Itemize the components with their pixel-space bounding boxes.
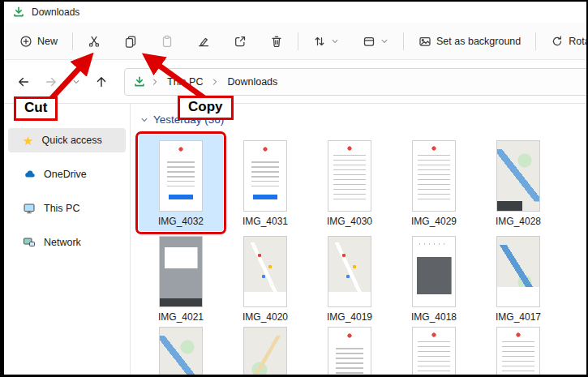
- file-item[interactable]: IMG_4021: [139, 230, 223, 327]
- trash-icon: [270, 35, 283, 48]
- chevron-down-icon: [331, 37, 339, 45]
- file-thumbnail: [159, 236, 203, 307]
- sidebar-item-this-pc[interactable]: This PC: [8, 196, 126, 221]
- file-item[interactable]: IMG_4029: [392, 135, 476, 231]
- rotate-label: Rotat: [569, 36, 588, 47]
- file-item[interactable]: IMG_4019: [307, 230, 392, 327]
- sort-button[interactable]: [304, 27, 348, 56]
- file-row: [139, 321, 560, 375]
- file-name: IMG_4028: [496, 216, 541, 228]
- breadcrumb-this-pc[interactable]: This PC: [164, 75, 206, 89]
- copy-button[interactable]: [115, 27, 146, 56]
- file-row: IMG_4021 IMG_4020 IMG_4019 IMG_4018 IMG_…: [139, 230, 560, 327]
- file-thumbnail: [159, 327, 203, 375]
- file-item[interactable]: [476, 321, 560, 375]
- breadcrumb-downloads[interactable]: Downloads: [224, 75, 281, 89]
- file-item[interactable]: IMG_4032: [139, 135, 223, 231]
- downloads-folder-icon: [12, 6, 25, 19]
- recent-locations-button[interactable]: [71, 76, 82, 88]
- file-explorer-window: Downloads New: [0, 0, 588, 377]
- cut-button[interactable]: [79, 27, 109, 56]
- forward-button[interactable]: [43, 74, 59, 90]
- chevron-down-icon: [72, 78, 80, 86]
- clipboard-paste-icon: [161, 35, 174, 48]
- paste-button[interactable]: [152, 27, 182, 56]
- file-thumbnail: [243, 140, 287, 212]
- file-thumbnail: [243, 327, 287, 375]
- toolbar-divider: [298, 32, 298, 50]
- sidebar-item-label: OneDrive: [44, 169, 87, 180]
- sidebar-item-label: Quick access: [41, 135, 101, 146]
- file-thumbnail: [496, 236, 540, 307]
- arrow-right-icon: [45, 75, 58, 88]
- file-item[interactable]: [139, 321, 223, 375]
- navigation-pane: ★ Quick access OneDrive This PC Network: [4, 104, 131, 375]
- view-layout-icon: [363, 35, 376, 48]
- file-name: IMG_4030: [327, 216, 372, 228]
- sidebar-item-label: Network: [44, 237, 81, 248]
- star-icon: ★: [23, 135, 33, 147]
- sidebar-item-network[interactable]: Network: [8, 230, 126, 255]
- file-thumbnail: [412, 236, 456, 307]
- file-thumbnail: [412, 140, 456, 212]
- file-thumbnail: [159, 140, 203, 212]
- set-as-background-label: Set as background: [436, 36, 521, 47]
- rotate-button[interactable]: Rotat: [542, 27, 588, 56]
- view-button[interactable]: [354, 27, 397, 56]
- chevron-right-icon: [211, 78, 219, 86]
- rename-pencil-icon: [197, 35, 210, 48]
- chevron-down-icon: [140, 116, 148, 124]
- file-thumbnail: [496, 140, 540, 212]
- arrow-up-icon: [95, 75, 108, 88]
- file-thumbnail: [328, 327, 371, 375]
- downloads-folder-icon: [133, 75, 146, 88]
- rotate-icon: [551, 35, 564, 48]
- cut-annotation-label: Cut: [14, 96, 58, 121]
- copy-icon: [124, 35, 137, 48]
- file-item[interactable]: [223, 321, 307, 375]
- sort-icon: [313, 35, 326, 48]
- window-title: Downloads: [32, 6, 79, 18]
- toolbar-divider: [535, 32, 536, 50]
- file-thumbnail: [243, 236, 287, 307]
- file-item[interactable]: IMG_4018: [392, 230, 476, 327]
- file-item[interactable]: IMG_4028: [476, 135, 560, 231]
- delete-button[interactable]: [261, 27, 292, 56]
- file-item[interactable]: [392, 321, 476, 375]
- file-item[interactable]: IMG_4020: [223, 230, 307, 327]
- scissors-icon: [88, 35, 101, 48]
- arrow-left-icon: [17, 75, 30, 88]
- file-name: IMG_4031: [242, 216, 288, 228]
- file-thumbnail: [328, 236, 371, 307]
- picture-icon: [418, 35, 431, 48]
- new-button-label: New: [37, 36, 58, 47]
- file-item[interactable]: [307, 321, 392, 375]
- share-icon: [234, 35, 247, 48]
- file-name: IMG_4029: [411, 216, 457, 228]
- copy-annotation-label: Copy: [178, 96, 234, 120]
- share-button[interactable]: [225, 27, 255, 56]
- navigation-bar: This PC Downloads: [4, 60, 586, 104]
- rename-button[interactable]: [188, 27, 219, 56]
- file-row: IMG_4032 IMG_4031 IMG_4030 IMG_4029 IMG_…: [139, 135, 560, 231]
- sidebar-item-onedrive[interactable]: OneDrive: [8, 162, 126, 186]
- toolbar-divider: [72, 32, 73, 50]
- sidebar-item-quick-access[interactable]: ★ Quick access: [8, 128, 126, 152]
- address-bar[interactable]: This PC Downloads: [124, 68, 588, 96]
- up-button[interactable]: [93, 74, 109, 90]
- file-item[interactable]: IMG_4017: [476, 230, 560, 327]
- chevron-down-icon: [380, 37, 388, 45]
- file-thumbnail: [496, 327, 540, 375]
- file-item[interactable]: IMG_4030: [307, 135, 392, 231]
- file-item[interactable]: IMG_4031: [223, 135, 307, 231]
- plus-circle-icon: [19, 35, 32, 48]
- monitor-icon: [23, 202, 36, 215]
- new-button[interactable]: New: [11, 27, 67, 56]
- set-as-background-button[interactable]: Set as background: [410, 27, 530, 56]
- sidebar-item-label: This PC: [44, 203, 79, 214]
- file-list-area: Yesterday (36) IMG_4032 IMG_4031 IMG_403…: [131, 104, 586, 375]
- chevron-right-icon: [151, 78, 159, 86]
- back-button[interactable]: [15, 74, 32, 90]
- toolbar-divider: [403, 32, 404, 50]
- file-thumbnail: [328, 140, 371, 212]
